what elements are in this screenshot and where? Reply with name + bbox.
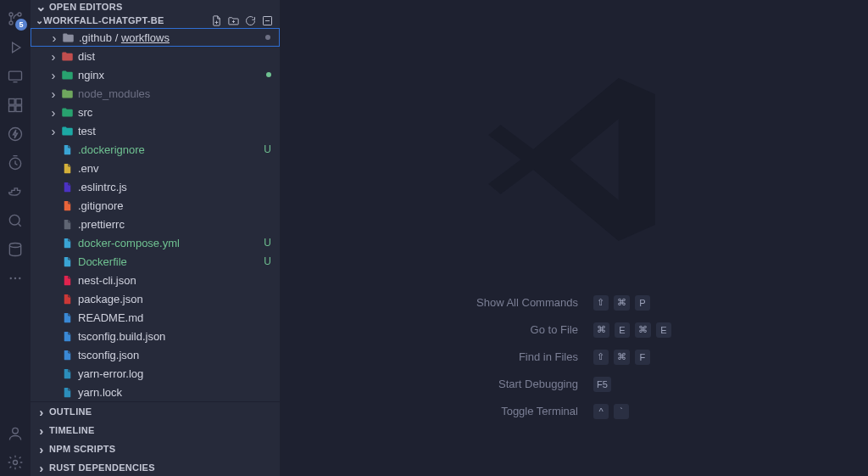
vscode-logo-icon — [472, 58, 676, 261]
key: ⌘ — [614, 295, 630, 311]
svg-rect-6 — [16, 106, 22, 112]
activity-bar: 5 — [0, 0, 31, 476]
file-icon — [59, 162, 75, 175]
svg-point-15 — [13, 428, 19, 434]
project-header[interactable]: ⌄ WORKFALL-CHATGPT-BE — [31, 13, 280, 28]
tree-folder[interactable]: ›nginx — [31, 65, 280, 84]
tree-file[interactable]: README.md — [31, 308, 280, 327]
key: ` — [614, 404, 629, 419]
item-name: yarn-error.log — [78, 367, 143, 380]
tree-file[interactable]: .gitignore — [31, 196, 280, 215]
folder-path: .github / workflows — [79, 31, 170, 44]
key: E — [615, 322, 630, 338]
item-name: Dockerfile — [78, 255, 127, 268]
chevron-right-icon: › — [47, 69, 59, 81]
debug-icon[interactable] — [2, 34, 29, 61]
shortcut-keys: ⇧⌘F — [593, 350, 671, 365]
tree-file[interactable]: .env — [31, 159, 280, 177]
tree-file[interactable]: yarn-error.log — [31, 364, 280, 383]
key: ⌘ — [593, 322, 609, 338]
folder-icon — [59, 70, 75, 81]
tree-file[interactable]: nest-cli.json — [31, 271, 280, 289]
panel-timeline[interactable]: ›TIMELINE — [31, 421, 280, 440]
chevron-right-icon: › — [47, 50, 59, 63]
shortcut-label: Toggle Terminal — [476, 405, 578, 417]
shortcut-hints: Show All Commands⇧⌘PGo to File⌘E⌘EFind i… — [476, 295, 671, 419]
tree-file[interactable]: DockerfileU — [31, 252, 280, 271]
file-icon — [59, 349, 75, 361]
key: F5 — [593, 377, 611, 392]
tree-folder[interactable]: ›node_modules — [31, 84, 280, 103]
tree-file[interactable]: .dockerignoreU — [31, 140, 280, 159]
key: ⌘ — [614, 350, 630, 365]
svg-point-2 — [18, 13, 21, 16]
svg-point-14 — [19, 277, 20, 279]
svg-rect-3 — [9, 71, 22, 80]
panel-rust-dependencies[interactable]: ›RUST DEPENDENCIES — [31, 458, 280, 476]
panel-outline[interactable]: ›OUTLINE — [31, 402, 280, 421]
remote-icon[interactable] — [2, 63, 29, 90]
item-name: yarn.lock — [78, 386, 122, 399]
tree-file[interactable]: yarn.lock — [31, 383, 280, 401]
modified-dot-icon — [265, 35, 270, 40]
chevron-right-icon: › — [48, 31, 60, 44]
item-name: dist — [78, 50, 95, 63]
svg-rect-7 — [16, 99, 22, 105]
tree-folder[interactable]: ›test — [31, 121, 280, 140]
tree-file[interactable]: .prettierrc — [31, 215, 280, 233]
tree-file[interactable]: tsconfig.json — [31, 345, 280, 364]
thunder-icon[interactable] — [2, 120, 29, 148]
folder-icon — [59, 107, 75, 118]
panel-label: OUTLINE — [49, 406, 92, 417]
open-editors-section[interactable]: ⌄ OPEN EDITORS — [31, 0, 280, 13]
account-icon[interactable] — [2, 420, 29, 447]
svg-point-0 — [9, 13, 13, 16]
settings-gear-icon[interactable] — [2, 449, 29, 476]
shortcut-keys: F5 — [593, 377, 671, 392]
file-icon — [59, 143, 75, 156]
tree-folder-github-workflows[interactable]: › .github / workflows — [31, 28, 280, 47]
docker-icon[interactable] — [2, 178, 29, 205]
new-folder-icon[interactable] — [225, 13, 241, 28]
git-status: U — [264, 255, 271, 267]
chevron-right-icon: › — [36, 443, 47, 456]
item-name: docker-compose.yml — [78, 237, 180, 249]
file-icon — [59, 181, 75, 193]
extensions-icon[interactable] — [2, 92, 29, 119]
shortcut-keys: ^` — [593, 404, 671, 419]
open-editors-label: OPEN EDITORS — [49, 2, 123, 12]
svg-point-1 — [9, 21, 13, 25]
svg-point-16 — [14, 461, 18, 465]
item-name: .dockerignore — [78, 143, 145, 156]
timer-icon[interactable] — [2, 149, 29, 176]
branch-icon[interactable]: 5 — [2, 5, 29, 32]
svg-point-12 — [10, 277, 12, 279]
panel-npm-scripts[interactable]: ›NPM SCRIPTS — [31, 440, 280, 458]
tree-file[interactable]: tsconfig.build.json — [31, 327, 280, 345]
new-file-icon[interactable] — [209, 13, 224, 28]
more-icon[interactable] — [2, 265, 29, 292]
tree-folder[interactable]: ›src — [31, 103, 280, 121]
item-name: src — [78, 106, 92, 119]
item-name: nest-cli.json — [78, 274, 136, 287]
tree-file[interactable]: docker-compose.ymlU — [31, 233, 280, 252]
search-icon[interactable] — [2, 207, 29, 234]
svg-point-11 — [9, 244, 20, 248]
tree-folder[interactable]: ›dist — [31, 47, 280, 65]
svg-point-13 — [14, 277, 16, 279]
svg-point-10 — [9, 215, 19, 225]
item-name: nginx — [78, 69, 104, 81]
refresh-icon[interactable] — [242, 13, 258, 28]
shortcut-label: Find in Files — [476, 350, 578, 363]
tree-file[interactable]: package.json — [31, 289, 280, 308]
tree-file[interactable]: .eslintrc.js — [31, 177, 280, 196]
item-name: .env — [78, 162, 99, 175]
database-icon[interactable] — [2, 236, 29, 263]
file-icon — [59, 386, 75, 399]
folder-icon — [59, 126, 75, 137]
shortcut-label: Start Debugging — [476, 378, 578, 390]
shortcut-keys: ⌘E⌘E — [593, 322, 671, 338]
svg-rect-4 — [9, 99, 15, 105]
collapse-icon[interactable] — [259, 13, 275, 28]
file-icon — [59, 237, 75, 249]
